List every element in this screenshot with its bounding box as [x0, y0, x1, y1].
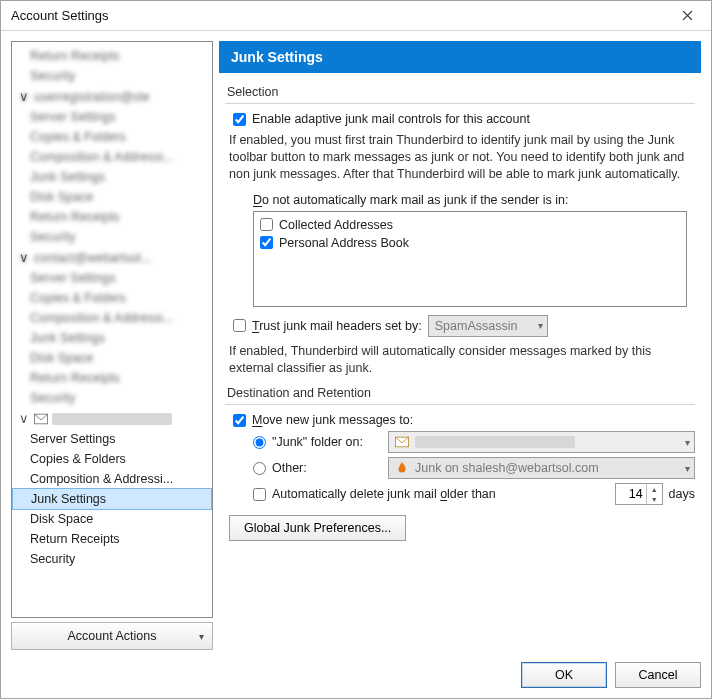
auto-delete-row: Automatically delete junk mail older tha… [253, 483, 695, 505]
chevron-down-icon: ▾ [199, 631, 204, 642]
whitelist-personal-label: Personal Address Book [279, 236, 409, 250]
other-folder-select[interactable]: Junk on shalesh@webartsol.com ▾ [388, 457, 695, 479]
auto-delete-label[interactable]: Automatically delete junk mail older tha… [272, 487, 496, 501]
trust-description: If enabled, Thunderbird will automatical… [229, 343, 691, 377]
tree-item-blurred[interactable]: Server Settings [12, 268, 212, 288]
panel-body: Selection Enable adaptive junk mail cont… [219, 73, 701, 650]
sidebar-item-server-settings[interactable]: Server Settings [12, 429, 212, 449]
dialog-body: Return Receipts Security ∨userregistrati… [1, 31, 711, 654]
divider [225, 404, 695, 405]
whitelist-item-collected[interactable]: Collected Addresses [260, 216, 680, 234]
tree-item-blurred[interactable]: Disk Space [12, 187, 212, 207]
other-folder-row: Other: Junk on shalesh@webartsol.com ▾ [253, 457, 695, 479]
tree-item-blurred[interactable]: Copies & Folders [12, 288, 212, 308]
sidebar-item-return-receipts[interactable]: Return Receipts [12, 529, 212, 549]
enable-adaptive-row: Enable adaptive junk mail controls for t… [233, 112, 695, 126]
trust-headers-checkbox[interactable] [233, 319, 246, 332]
days-label: days [669, 487, 695, 501]
tree-item-blurred[interactable]: Security [12, 227, 212, 247]
account-actions-button[interactable]: Account Actions ▾ [11, 622, 213, 650]
auto-delete-days-spinner[interactable]: ▲▼ [615, 483, 663, 505]
tree-item-blurred[interactable]: Return Receipts [12, 207, 212, 227]
selection-group-label: Selection [227, 85, 695, 99]
trust-headers-label[interactable]: Trust junk mail headers set by: [252, 319, 422, 333]
move-junk-row: Move new junk messages to: [233, 413, 695, 427]
account-tree-wrap: Return Receipts Security ∨userregistrati… [11, 41, 213, 618]
whitelist-label-row: Do not automatically mark mail as junk i… [253, 193, 695, 207]
mail-icon [34, 412, 48, 426]
cancel-button[interactable]: Cancel [615, 662, 701, 688]
global-junk-preferences-button[interactable]: Global Junk Preferences... [229, 515, 406, 541]
other-folder-label[interactable]: Other: [272, 461, 382, 475]
whitelist-listbox[interactable]: Collected Addresses Personal Address Boo… [253, 211, 687, 307]
ok-button[interactable]: OK [521, 662, 607, 688]
tree-item-blurred[interactable]: Copies & Folders [12, 127, 212, 147]
other-folder-value: Junk on shalesh@webartsol.com [415, 461, 599, 475]
titlebar: Account Settings [1, 1, 711, 31]
sidebar: Return Receipts Security ∨userregistrati… [11, 41, 213, 650]
tree-item-blurred[interactable]: Junk Settings [12, 328, 212, 348]
trust-classifier-value: SpamAssassin [435, 319, 518, 333]
spinner-down-icon[interactable]: ▼ [647, 494, 662, 504]
tree-item-blurred[interactable]: Disk Space [12, 348, 212, 368]
move-junk-label[interactable]: Move new junk messages to: [252, 413, 413, 427]
junk-folder-on-label[interactable]: "Junk" folder on: [272, 435, 382, 449]
tree-item-blurred[interactable]: Composition & Addressi... [12, 308, 212, 328]
junk-folder-value-redacted [415, 436, 575, 448]
enable-adaptive-checkbox[interactable] [233, 113, 246, 126]
window-title: Account Settings [11, 8, 109, 23]
tree-item-blurred[interactable]: Server Settings [12, 107, 212, 127]
junk-folder-on-row: "Junk" folder on: ▾ [253, 431, 695, 453]
chevron-down-icon: ▾ [538, 320, 543, 331]
chevron-down-icon: ▾ [685, 463, 690, 474]
close-button[interactable] [667, 3, 707, 29]
account-name-redacted [52, 413, 172, 425]
destination-group-label: Destination and Retention [227, 386, 695, 400]
spinner-up-icon[interactable]: ▲ [647, 484, 662, 494]
mail-icon [395, 435, 409, 449]
whitelist-item-personal[interactable]: Personal Address Book [260, 234, 680, 252]
whitelist-label: Do not automatically mark mail as junk i… [253, 193, 568, 207]
whitelist-personal-checkbox[interactable] [260, 236, 273, 249]
spinner-buttons[interactable]: ▲▼ [646, 484, 662, 504]
panel-title: Junk Settings [219, 41, 701, 73]
tree-item-blurred[interactable]: Security [12, 66, 212, 86]
tree-item-blurred[interactable]: Security [12, 388, 212, 408]
sidebar-item-composition[interactable]: Composition & Addressi... [12, 469, 212, 489]
chevron-down-icon: ∨ [18, 411, 30, 426]
trust-classifier-select[interactable]: SpamAssassin ▾ [428, 315, 548, 337]
tree-item-blurred[interactable]: Return Receipts [12, 46, 212, 66]
whitelist-collected-checkbox[interactable] [260, 218, 273, 231]
tree-account-header[interactable]: ∨userregistration@ste [12, 86, 212, 107]
move-junk-checkbox[interactable] [233, 414, 246, 427]
account-tree[interactable]: Return Receipts Security ∨userregistrati… [12, 42, 212, 617]
settings-panel: Junk Settings Selection Enable adaptive … [219, 41, 701, 650]
tree-account-header[interactable]: ∨contact@webartsol... [12, 247, 212, 268]
auto-delete-days-input[interactable] [616, 484, 646, 504]
account-settings-window: Account Settings Return Receipts Securit… [0, 0, 712, 699]
divider [225, 103, 695, 104]
other-folder-radio[interactable] [253, 462, 266, 475]
tree-account-header-active[interactable]: ∨ [12, 408, 212, 429]
junk-folder-on-radio[interactable] [253, 436, 266, 449]
whitelist-collected-label: Collected Addresses [279, 218, 393, 232]
sidebar-item-disk-space[interactable]: Disk Space [12, 509, 212, 529]
sidebar-item-security[interactable]: Security [12, 549, 212, 569]
tree-item-blurred[interactable]: Return Receipts [12, 368, 212, 388]
sidebar-item-copies-folders[interactable]: Copies & Folders [12, 449, 212, 469]
auto-delete-checkbox[interactable] [253, 488, 266, 501]
junk-folder-account-select[interactable]: ▾ [388, 431, 695, 453]
tree-item-blurred[interactable]: Junk Settings [12, 167, 212, 187]
adaptive-description: If enabled, you must first train Thunder… [229, 132, 691, 183]
close-icon [682, 10, 693, 21]
account-actions-label: Account Actions [68, 629, 157, 643]
chevron-down-icon: ▾ [685, 437, 690, 448]
sidebar-item-junk-settings[interactable]: Junk Settings [12, 488, 212, 510]
dialog-footer: OK Cancel [1, 654, 711, 698]
trust-headers-row: Trust junk mail headers set by: SpamAssa… [233, 315, 695, 337]
enable-adaptive-label[interactable]: Enable adaptive junk mail controls for t… [252, 112, 530, 126]
flame-icon [395, 461, 409, 475]
tree-item-blurred[interactable]: Composition & Addressi... [12, 147, 212, 167]
